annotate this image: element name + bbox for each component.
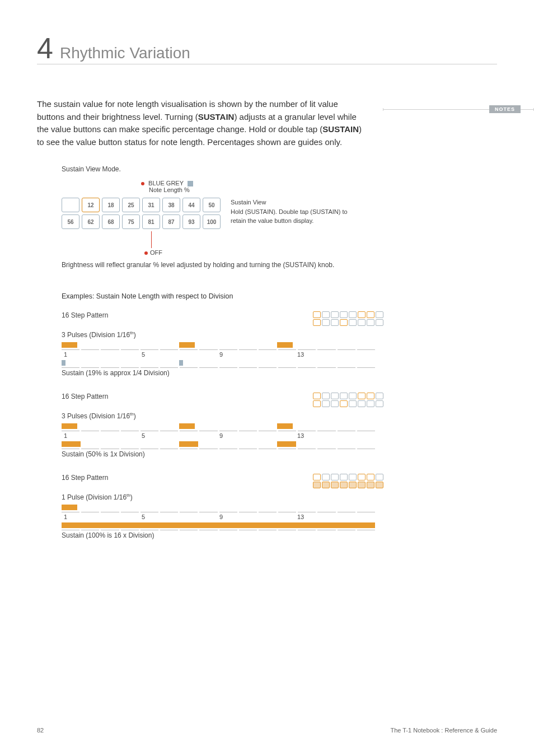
mini-button xyxy=(358,319,366,326)
mini-button xyxy=(322,474,330,480)
value-button[interactable]: 31 xyxy=(142,198,160,212)
sustain-caption: Sustain (100% is 16 x Division) xyxy=(62,531,383,539)
sustain-caption: Sustain (19% is approx 1/4 Division) xyxy=(62,369,383,377)
brightness-note: Brightness will reflect granular % level… xyxy=(62,260,383,270)
mini-button xyxy=(331,319,339,326)
mini-button xyxy=(331,482,339,488)
mini-button xyxy=(313,393,321,399)
tick-labels: 15913 xyxy=(62,432,375,439)
mini-button xyxy=(349,482,357,488)
mini-button xyxy=(340,482,348,488)
mini-value-grid xyxy=(313,393,383,407)
value-button[interactable]: 50 xyxy=(203,198,221,212)
mini-button xyxy=(376,311,383,318)
mini-button xyxy=(376,474,383,480)
dot-icon xyxy=(141,182,144,185)
mini-button xyxy=(358,474,366,480)
example-block: 16 Step Pattern 1 Pulse (Division 1/16th… xyxy=(62,474,383,539)
mini-button xyxy=(340,393,348,399)
value-button[interactable]: 25 xyxy=(122,198,140,212)
value-button[interactable]: 12 xyxy=(82,198,100,212)
notes-sidebar: NOTES xyxy=(383,109,534,110)
sustain-view-diagram: Sustain View Mode. BLUE GREY Note Length… xyxy=(62,165,383,539)
example-title: 16 Step Pattern xyxy=(62,393,108,400)
footer: 82 The T-1 Notebook : Reference & Guide xyxy=(37,727,497,734)
example-block: 16 Step Pattern 3 Pulses (Division 1/16t… xyxy=(62,311,383,377)
mini-button xyxy=(331,311,339,318)
mini-button xyxy=(358,393,366,399)
page-number: 82 xyxy=(37,727,44,734)
pulses-label: 3 Pulses (Division 1/16th) xyxy=(62,330,383,339)
mini-button xyxy=(340,400,348,407)
off-label: OFF xyxy=(144,249,383,256)
sustain-track xyxy=(62,441,375,449)
value-button[interactable]: 75 xyxy=(122,214,140,229)
mini-button xyxy=(358,400,366,407)
mini-button xyxy=(349,400,357,407)
mini-button xyxy=(313,474,321,480)
notes-label: NOTES xyxy=(489,105,521,113)
mini-button xyxy=(376,400,383,407)
mini-button xyxy=(322,319,330,326)
mini-button xyxy=(313,319,321,326)
pulses-label: 1 Pulse (Division 1/16th) xyxy=(62,493,383,501)
example-title: 16 Step Pattern xyxy=(62,474,108,482)
example-block: 16 Step Pattern 3 Pulses (Division 1/16t… xyxy=(62,393,383,458)
example-title: 16 Step Pattern xyxy=(62,311,108,319)
chapter-number: 4 xyxy=(37,34,53,63)
mini-button xyxy=(349,393,357,399)
value-button[interactable]: 100 xyxy=(203,214,221,229)
value-button[interactable]: 68 xyxy=(102,214,120,229)
tick-labels: 15913 xyxy=(62,514,375,520)
value-button[interactable]: 18 xyxy=(102,198,120,212)
mini-button xyxy=(322,393,330,399)
value-button[interactable] xyxy=(62,198,79,212)
examples-heading: Examples: Sustain Note Length with respe… xyxy=(62,292,383,300)
sustain-caption: Sustain (50% is 1x Division) xyxy=(62,450,383,458)
mini-button xyxy=(376,393,383,399)
dot-icon xyxy=(144,251,148,255)
mini-value-grid xyxy=(313,311,383,326)
sustain-caption: Sustain View Mode. xyxy=(62,165,383,173)
mini-button xyxy=(367,311,374,318)
value-button-grid: 12 18 25 31 38 44 50 56 62 68 75 81 87 9… xyxy=(62,198,221,229)
mini-button xyxy=(367,393,374,399)
body-paragraph: The sustain value for note length visual… xyxy=(37,98,367,148)
mini-button xyxy=(340,474,348,480)
mini-button xyxy=(313,311,321,318)
chapter-title: Rhythmic Variation xyxy=(60,44,190,62)
mini-button xyxy=(349,319,357,326)
mini-button xyxy=(367,319,374,326)
mini-button xyxy=(367,482,374,488)
chapter-heading: 4 Rhythmic Variation xyxy=(37,34,497,64)
tick-labels: 15913 xyxy=(62,351,375,358)
mini-button xyxy=(376,482,383,488)
mini-button xyxy=(331,393,339,399)
mini-button xyxy=(340,319,348,326)
mini-button xyxy=(322,400,330,407)
mini-button xyxy=(367,400,374,407)
blue-grey-label: BLUE GREY Note Length % xyxy=(141,180,383,193)
mini-button xyxy=(340,311,348,318)
sustain-side-text: Sustain View Hold (SUSTAIN). Double tap … xyxy=(231,198,359,226)
mini-button xyxy=(367,474,374,480)
pulse-track xyxy=(62,423,375,431)
value-button[interactable]: 38 xyxy=(162,198,180,212)
value-button[interactable]: 93 xyxy=(182,214,200,229)
mini-button xyxy=(376,319,383,326)
pulse-track xyxy=(62,342,375,350)
off-connector xyxy=(151,231,152,248)
swatch-icon xyxy=(188,181,193,186)
pulse-track xyxy=(62,505,375,512)
value-button[interactable]: 81 xyxy=(142,214,160,229)
mini-value-grid xyxy=(313,474,383,488)
mini-button xyxy=(313,400,321,407)
value-button[interactable]: 56 xyxy=(62,214,79,229)
mini-button xyxy=(331,400,339,407)
value-button[interactable]: 87 xyxy=(162,214,180,229)
value-button[interactable]: 44 xyxy=(182,198,200,212)
pulses-label: 3 Pulses (Division 1/16th) xyxy=(62,412,383,420)
mini-button xyxy=(349,311,357,318)
value-button[interactable]: 62 xyxy=(82,214,100,229)
doc-title: The T-1 Notebook : Reference & Guide xyxy=(390,727,497,734)
